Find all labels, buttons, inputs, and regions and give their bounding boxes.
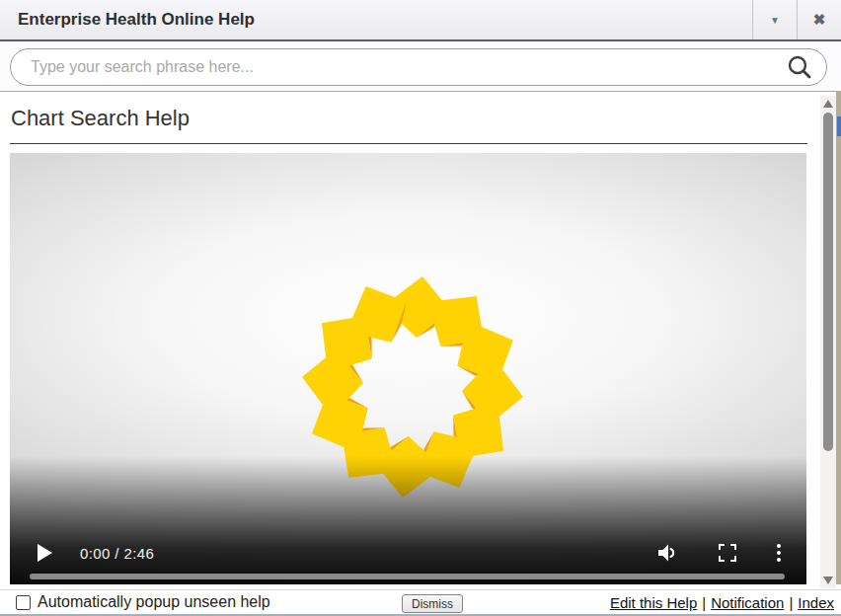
video-controls-bar: 0:00 / 2:46 [10, 537, 806, 569]
video-progress-bar[interactable] [30, 574, 785, 579]
auto-popup-checkbox[interactable] [16, 595, 31, 610]
heading-divider [10, 143, 807, 144]
chevron-down-icon: ▼ [770, 15, 780, 26]
notification-link[interactable]: Notification [711, 594, 784, 611]
video-time-display: 0:00 / 2:46 [80, 545, 154, 562]
play-icon[interactable] [38, 544, 52, 562]
window-title: Enterprise Health Online Help [0, 0, 752, 39]
search-button[interactable] [787, 54, 812, 80]
auto-popup-checkbox-label: Automatically popup unseen help [38, 593, 270, 611]
fullscreen-icon [718, 543, 737, 563]
kebab-menu-icon [777, 544, 781, 562]
page-title: Chart Search Help [11, 106, 190, 131]
scroll-down-arrow-icon[interactable] [823, 577, 833, 584]
volume-button[interactable] [654, 541, 678, 565]
vertical-scrollbar[interactable] [820, 96, 836, 588]
fullscreen-button[interactable] [718, 543, 737, 563]
scroll-up-arrow-icon[interactable] [823, 100, 833, 108]
background-link-fragment [837, 116, 841, 136]
footer-links: Edit this Help | Notification | Index [610, 590, 834, 614]
background-edge-strip [836, 91, 841, 584]
titlebar: Enterprise Health Online Help ▼ ✖ [0, 0, 841, 41]
dismiss-button[interactable]: Dismiss [402, 594, 463, 613]
index-link[interactable]: Index [798, 594, 834, 611]
search-box [10, 48, 827, 86]
link-separator: | [702, 594, 706, 611]
link-separator: | [789, 594, 793, 611]
collapse-button[interactable]: ▼ [752, 0, 797, 39]
footer-bar: Automatically popup unseen help Dismiss … [0, 589, 841, 616]
search-section [0, 41, 841, 92]
edit-help-link[interactable]: Edit this Help [610, 594, 697, 611]
close-button[interactable]: ✖ [797, 0, 841, 39]
close-icon: ✖ [813, 11, 826, 29]
search-input[interactable] [11, 49, 787, 85]
search-icon [787, 54, 812, 80]
more-options-button[interactable] [777, 544, 781, 562]
video-player[interactable]: 0:00 / 2:46 [10, 153, 806, 584]
volume-icon [654, 541, 678, 565]
scrollbar-thumb[interactable] [823, 113, 833, 451]
